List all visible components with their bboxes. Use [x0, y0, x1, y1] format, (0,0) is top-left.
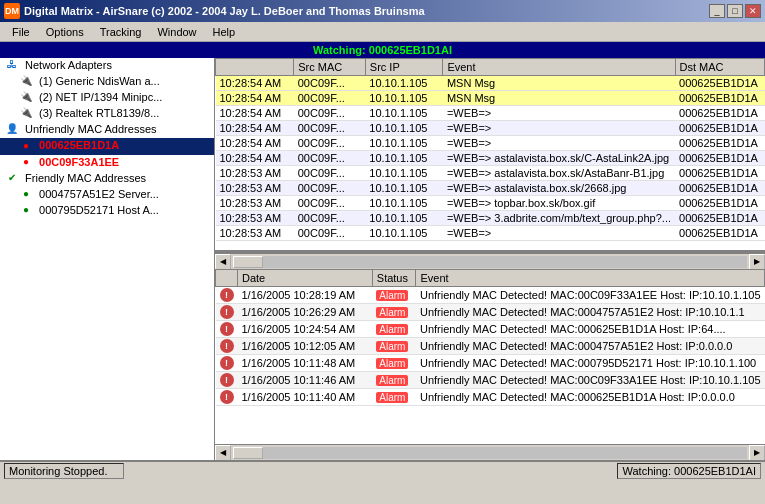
cell-dst-mac: 000625EB1D1A [675, 91, 764, 106]
top-table-row[interactable]: 10:28:53 AM 00C09F... 10.10.1.105 =WEB=>… [216, 226, 765, 241]
cell-row-icon: ! [216, 338, 238, 355]
cell-event: Unfriendly MAC Detected! MAC:0004757A51E… [416, 338, 765, 355]
network-icon: 🖧 [4, 59, 20, 73]
cell-time: 10:28:53 AM [216, 226, 294, 241]
cell-src-ip: 10.10.1.105 [365, 136, 443, 151]
cell-time: 10:28:54 AM [216, 121, 294, 136]
cell-src-mac: 00C09F... [294, 91, 366, 106]
cell-status: Alarm [372, 389, 416, 406]
bottom-table-row[interactable]: ! 1/16/2005 10:28:19 AM Alarm Unfriendly… [216, 287, 765, 304]
cell-time: 10:28:54 AM [216, 91, 294, 106]
bottom-table-row[interactable]: ! 1/16/2005 10:12:05 AM Alarm Unfriendly… [216, 338, 765, 355]
cell-dst-mac: 000625EB1D1A [675, 181, 764, 196]
menu-bar: File Options Tracking Window Help [0, 22, 765, 42]
top-table-row[interactable]: 10:28:54 AM 00C09F... 10.10.1.105 MSN Ms… [216, 76, 765, 91]
bottom-table-container[interactable]: Date Status Event ! 1/16/2005 10:28:19 A… [215, 269, 765, 444]
cell-src-mac: 00C09F... [294, 211, 366, 226]
tree-unfriendly-mac-2[interactable]: ● 00C09F33A1EE [0, 155, 214, 171]
cell-event: Unfriendly MAC Detected! MAC:00C09F33A1E… [416, 372, 765, 389]
cell-date: 1/16/2005 10:26:29 AM [238, 304, 373, 321]
top-table-row[interactable]: 10:28:54 AM 00C09F... 10.10.1.105 MSN Ms… [216, 91, 765, 106]
cell-src-ip: 10.10.1.105 [365, 196, 443, 211]
bottom-scroll-track[interactable] [233, 447, 747, 459]
cell-src-ip: 10.10.1.105 [365, 121, 443, 136]
cell-time: 10:28:54 AM [216, 106, 294, 121]
top-table-row[interactable]: 10:28:53 AM 00C09F... 10.10.1.105 =WEB=>… [216, 211, 765, 226]
tree-unfriendly-folder[interactable]: 👤 Unfriendly MAC Addresses [0, 122, 214, 138]
top-table-row[interactable]: 10:28:54 AM 00C09F... 10.10.1.105 =WEB=>… [216, 106, 765, 121]
cell-dst-mac: 000625EB1D1A [675, 211, 764, 226]
col-src-ip: Src IP [365, 59, 443, 76]
top-table-row[interactable]: 10:28:53 AM 00C09F... 10.10.1.105 =WEB=>… [216, 166, 765, 181]
top-table-row[interactable]: 10:28:53 AM 00C09F... 10.10.1.105 =WEB=>… [216, 196, 765, 211]
menu-options[interactable]: Options [38, 24, 92, 40]
tree-adapter-1[interactable]: 🔌 (1) Generic NdisWan a... [0, 74, 214, 90]
tree-adapter-2-label: (2) NET IP/1394 Minipc... [39, 91, 162, 103]
scroll-track[interactable] [233, 256, 747, 268]
bottom-scroll-right-btn[interactable]: ▶ [749, 445, 765, 461]
cell-status: Alarm [372, 287, 416, 304]
cell-status: Alarm [372, 338, 416, 355]
scroll-right-btn[interactable]: ▶ [749, 254, 765, 270]
cell-dst-mac: 000625EB1D1A [675, 166, 764, 181]
bottom-col-event: Event [416, 270, 765, 287]
bottom-table-row[interactable]: ! 1/16/2005 10:11:40 AM Alarm Unfriendly… [216, 389, 765, 406]
minimize-button[interactable]: _ [709, 4, 725, 18]
top-table-row[interactable]: 10:28:54 AM 00C09F... 10.10.1.105 =WEB=>… [216, 151, 765, 166]
tree-friendly-folder[interactable]: ✔ Friendly MAC Addresses [0, 171, 214, 187]
tree-friendly-mac-1[interactable]: ● 0004757A51E2 Server... [0, 187, 214, 203]
col-dst-mac: Dst MAC [675, 59, 764, 76]
top-table-row[interactable]: 10:28:53 AM 00C09F... 10.10.1.105 =WEB=>… [216, 181, 765, 196]
menu-file[interactable]: File [4, 24, 38, 40]
tree-adapter-3[interactable]: 🔌 (3) Realtek RTL8139/8... [0, 106, 214, 122]
menu-window[interactable]: Window [149, 24, 204, 40]
tree-unfriendly-mac-1-label: 000625EB1D1A [39, 139, 119, 151]
cell-event: =WEB=> [443, 226, 675, 241]
tree-network-adapters[interactable]: 🖧 Network Adapters [0, 58, 214, 74]
top-table-container[interactable]: Src MAC Src IP Event Dst MAC 10:28:54 AM… [215, 58, 765, 253]
top-table-row[interactable]: 10:28:54 AM 00C09F... 10.10.1.105 =WEB=>… [216, 136, 765, 151]
status-alarm-badge: Alarm [376, 307, 408, 318]
top-table-row[interactable]: 10:28:54 AM 00C09F... 10.10.1.105 =WEB=>… [216, 121, 765, 136]
bottom-table-hscrollbar[interactable]: ◀ ▶ [215, 444, 765, 460]
left-panel-tree[interactable]: 🖧 Network Adapters 🔌 (1) Generic NdisWan… [0, 58, 215, 460]
cell-date: 1/16/2005 10:11:40 AM [238, 389, 373, 406]
cell-status: Alarm [372, 304, 416, 321]
cell-event: =WEB=> [443, 136, 675, 151]
cell-event: Unfriendly MAC Detected! MAC:000625EB1D1… [416, 389, 765, 406]
scroll-left-btn[interactable]: ◀ [215, 254, 231, 270]
bottom-table-row[interactable]: ! 1/16/2005 10:11:46 AM Alarm Unfriendly… [216, 372, 765, 389]
tree-network-adapters-label: Network Adapters [25, 59, 112, 71]
cell-src-ip: 10.10.1.105 [365, 76, 443, 91]
adapter-icon: 🔌 [18, 75, 34, 89]
title-bar: DM Digital Matrix - AirSnare (c) 2002 - … [0, 0, 765, 22]
top-table-hscrollbar[interactable]: ◀ ▶ [215, 253, 765, 269]
bottom-table-row[interactable]: ! 1/16/2005 10:26:29 AM Alarm Unfriendly… [216, 304, 765, 321]
cell-src-ip: 10.10.1.105 [365, 151, 443, 166]
cell-dst-mac: 000625EB1D1A [675, 121, 764, 136]
cell-src-ip: 10.10.1.105 [365, 211, 443, 226]
bottom-scroll-left-btn[interactable]: ◀ [215, 445, 231, 461]
menu-help[interactable]: Help [205, 24, 244, 40]
cell-row-icon: ! [216, 372, 238, 389]
adapter-icon-3: 🔌 [18, 107, 34, 121]
scroll-thumb[interactable] [233, 256, 263, 268]
tree-adapter-2[interactable]: 🔌 (2) NET IP/1394 Minipc... [0, 90, 214, 106]
status-left-text: Monitoring Stopped. [9, 465, 107, 477]
cell-event: =WEB=> 3.adbrite.com/mb/text_group.php?.… [443, 211, 675, 226]
bottom-table-row[interactable]: ! 1/16/2005 10:24:54 AM Alarm Unfriendly… [216, 321, 765, 338]
maximize-button[interactable]: □ [727, 4, 743, 18]
right-panel: Src MAC Src IP Event Dst MAC 10:28:54 AM… [215, 58, 765, 460]
tree-unfriendly-mac-2-label: 00C09F33A1EE [39, 156, 119, 168]
cell-time: 10:28:54 AM [216, 76, 294, 91]
bottom-table-row[interactable]: ! 1/16/2005 10:11:48 AM Alarm Unfriendly… [216, 355, 765, 372]
tree-friendly-mac-2[interactable]: ● 000795D52171 Host A... [0, 203, 214, 219]
close-button[interactable]: ✕ [745, 4, 761, 18]
cell-time: 10:28:53 AM [216, 196, 294, 211]
menu-tracking[interactable]: Tracking [92, 24, 150, 40]
watching-bar: Watching: 000625EB1D1AI [0, 42, 765, 58]
bottom-scroll-thumb[interactable] [233, 447, 263, 459]
cell-src-ip: 10.10.1.105 [365, 91, 443, 106]
tree-unfriendly-mac-1[interactable]: ● 000625EB1D1A [0, 138, 214, 154]
cell-event: MSN Msg [443, 91, 675, 106]
